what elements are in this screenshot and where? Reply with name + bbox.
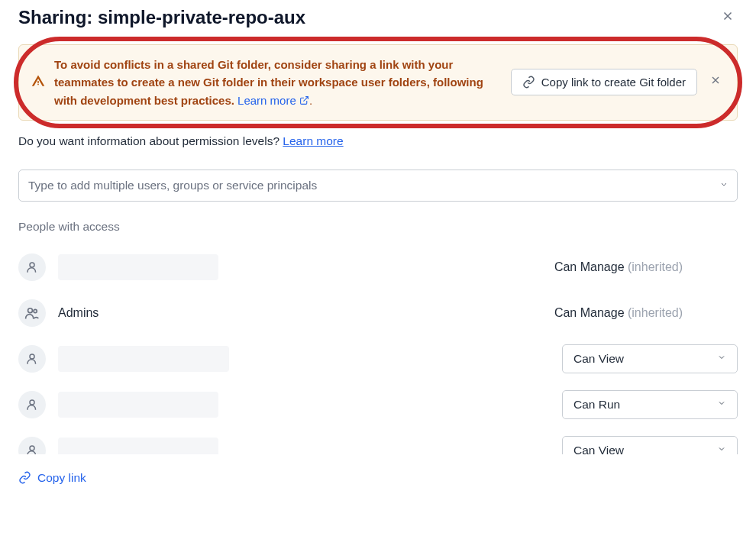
external-link-icon (299, 95, 309, 105)
people-with-access-label: People with access (18, 220, 738, 234)
user-icon (18, 345, 46, 373)
svg-point-0 (30, 263, 34, 267)
redacted-name (58, 438, 218, 454)
permissions-info: Do you want information about permission… (18, 134, 738, 148)
permission-select[interactable]: Can View (562, 344, 738, 373)
banner-highlight: To avoid conflicts in a shared Git folde… (18, 44, 738, 121)
chevron-down-icon (717, 399, 726, 410)
svg-point-5 (30, 446, 34, 450)
copy-link-button[interactable]: Copy link (18, 471, 86, 485)
svg-point-3 (30, 354, 34, 359)
dialog-close-button[interactable] (718, 5, 738, 31)
access-row: AdminsCan Manage (inherited) (18, 290, 738, 336)
redacted-name (58, 254, 218, 280)
group-icon (18, 299, 46, 327)
access-row: Can View (18, 336, 738, 382)
access-row: Can Manage (inherited) (18, 244, 738, 290)
row-left (18, 437, 562, 454)
dialog-footer: Copy link (18, 462, 738, 488)
user-icon (18, 391, 46, 418)
add-principal-field[interactable] (18, 170, 738, 202)
banner-close-button[interactable] (706, 73, 725, 92)
row-left (18, 253, 554, 281)
close-icon (709, 74, 722, 86)
permission-select[interactable]: Can View (562, 436, 738, 454)
permission-value: Can View (573, 352, 624, 366)
dialog-header: Sharing: simple-private-repo-aux (18, 0, 738, 44)
row-left: Admins (18, 299, 554, 327)
add-principal-input[interactable] (18, 170, 738, 202)
banner-text: To avoid conflicts in a shared Git folde… (54, 56, 502, 109)
user-icon (18, 437, 46, 454)
redacted-name (58, 392, 218, 418)
chevron-down-icon (717, 444, 726, 454)
principal-name: Admins (58, 306, 99, 320)
copy-git-link-button[interactable]: Copy link to create Git folder (511, 69, 697, 95)
access-row: Can View (18, 428, 738, 454)
permission-value: Can View (573, 444, 624, 454)
svg-point-1 (28, 308, 33, 313)
chevron-down-icon (719, 179, 729, 191)
banner-learn-more-link[interactable]: Learn more (237, 94, 309, 107)
svg-point-2 (34, 309, 37, 312)
access-list: Can Manage (inherited)AdminsCan Manage (… (18, 244, 738, 454)
user-icon (18, 253, 46, 281)
link-icon (522, 76, 535, 89)
row-left (18, 391, 562, 418)
permission-static: Can Manage (inherited) (554, 260, 738, 274)
warning-icon (31, 74, 45, 91)
redacted-name (58, 346, 229, 372)
svg-point-4 (30, 400, 34, 405)
permission-static: Can Manage (inherited) (554, 306, 738, 320)
git-share-banner: To avoid conflicts in a shared Git folde… (18, 44, 738, 121)
access-row: Can Run (18, 382, 738, 428)
link-icon (18, 471, 31, 484)
permissions-learn-more-link[interactable]: Learn more (283, 134, 343, 147)
chevron-down-icon (717, 353, 726, 364)
permission-value: Can Run (573, 398, 620, 412)
dialog-title: Sharing: simple-private-repo-aux (18, 7, 305, 28)
close-icon (721, 9, 735, 23)
permission-select[interactable]: Can Run (562, 390, 738, 419)
row-left (18, 345, 562, 373)
